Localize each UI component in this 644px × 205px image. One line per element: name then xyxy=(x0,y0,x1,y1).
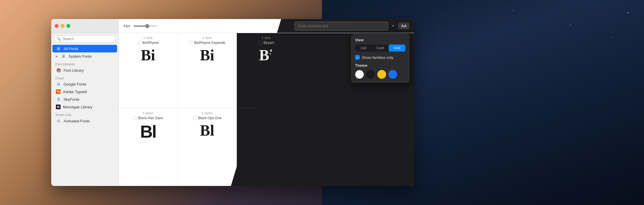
close-button[interactable] xyxy=(55,24,59,28)
check-green-icon: ✓ xyxy=(308,116,312,120)
check-active-icon: ✓ xyxy=(318,41,323,45)
font-cell-biryani: 1 style Biryani Bi xyxy=(237,33,296,108)
theme-swatch-yellow[interactable] xyxy=(377,70,386,79)
view-section-label: View xyxy=(355,38,405,42)
toolbar: 44pt ▼ AA xyxy=(119,19,414,33)
font-name: Bodoni 72 xyxy=(261,116,277,120)
font-cell-biorhyme: 1 style BioRhyme Bi xyxy=(119,33,178,108)
theme-section-label: Theme xyxy=(355,63,405,68)
style-count: 5 styles xyxy=(202,111,213,115)
main-content: 44pt ▼ AA 1 style BioRhyme Bi 1 style xyxy=(119,19,414,186)
font-name-row: ✓ Bitter xyxy=(318,41,332,45)
check-inactive-icon xyxy=(133,116,137,120)
font-name-row: ✓ Bodoni 72 Smallca xyxy=(367,116,402,120)
theme-swatch-blue[interactable] xyxy=(388,70,397,79)
activated-fonts-icon: ⊙ xyxy=(56,119,61,123)
adobe-typekit-label: Adobe Typekit xyxy=(63,90,87,94)
size-slider[interactable] xyxy=(133,25,157,27)
minimize-button[interactable] xyxy=(61,24,64,28)
search-input[interactable] xyxy=(63,37,113,41)
check-inactive-icon xyxy=(258,41,262,45)
adobe-typekit-icon: Tk xyxy=(56,89,61,94)
view-buttons: List Card Grid xyxy=(355,45,405,52)
style-count: 7 styles xyxy=(261,111,272,115)
show-families-label: Show families only xyxy=(362,55,393,60)
smart-lists-section-label: Smart Lists xyxy=(51,111,118,117)
font-name-row: ✓ Bodoni 72 Oldstyle xyxy=(308,116,343,120)
font-cell-bodoni72-oldstyle: 3 styles ✓ Bodoni 72 Oldstyle Bo xyxy=(296,108,355,186)
maximize-button[interactable] xyxy=(66,24,70,28)
check-inactive-icon xyxy=(193,116,197,120)
sidebar-item-system-fonts[interactable]: ▶ 🖥 System Fonts xyxy=(52,52,117,60)
font-preview: Bl xyxy=(140,123,156,141)
font-preview: Bl xyxy=(200,123,214,138)
font-preview: Bi xyxy=(259,48,273,63)
grid-view-button[interactable]: Grid xyxy=(389,45,405,52)
card-view-button[interactable]: Card xyxy=(372,45,388,52)
font-preview: Bi xyxy=(141,48,155,63)
preview-dropdown-arrow[interactable]: ▼ xyxy=(392,24,395,28)
font-library-icon: 📚 xyxy=(56,68,61,73)
font-name-row: BioRhyme Expande xyxy=(189,41,225,45)
search-icon: 🔍 xyxy=(57,37,61,41)
style-count: 1 style xyxy=(203,36,212,40)
list-view-button[interactable]: List xyxy=(355,45,372,52)
font-cell-bitter: 1 style ✓ Bitter Bi xyxy=(296,33,355,108)
font-name-row: ✓ Bodoni 72 xyxy=(256,116,277,120)
sidebar-item-all-fonts[interactable]: ⊞ All Fonts xyxy=(52,45,117,52)
style-count: 1 style xyxy=(380,111,389,115)
font-name-row: Black Ops One xyxy=(193,116,222,120)
style-count: 3 styles xyxy=(320,111,331,115)
font-cell-bodoni72-smallcaps: 1 style ✓ Bodoni 72 Smallca Bo xyxy=(355,108,414,186)
slider-wrap xyxy=(133,25,157,27)
stars-decoration xyxy=(480,0,644,205)
all-fonts-icon: ⊞ xyxy=(56,46,61,51)
skyfonts-icon: S xyxy=(56,97,61,102)
sidebar-item-skyfonts[interactable]: S SkyFonts xyxy=(52,95,117,103)
preview-text-input[interactable] xyxy=(294,22,388,30)
sidebar-item-activated-fonts[interactable]: ⊙ Activated Fonts xyxy=(52,117,117,125)
show-families-row: ✓ Show families only xyxy=(355,55,405,60)
check-green-icon: ✓ xyxy=(256,116,260,120)
monotype-icon: M xyxy=(56,105,61,109)
title-bar xyxy=(51,19,118,33)
font-name: BioRhyme Expande xyxy=(194,41,225,45)
check-green-icon: ✓ xyxy=(367,116,371,120)
theme-swatch-black[interactable] xyxy=(366,70,375,79)
font-preview: Bi xyxy=(200,48,214,63)
google-fonts-icon: G xyxy=(56,82,61,86)
font-name: Bitter xyxy=(324,41,332,45)
aa-button[interactable]: AA xyxy=(398,23,410,29)
font-preview: Bo xyxy=(316,123,334,138)
google-fonts-label: Google Fonts xyxy=(64,82,86,86)
app-window: 🔍 ⊞ All Fonts ▶ 🖥 System Fonts Font Libr… xyxy=(51,19,414,186)
font-preview: Bi xyxy=(318,48,333,63)
font-name: Biryani xyxy=(263,41,274,45)
show-families-checkbox[interactable]: ✓ xyxy=(355,55,360,60)
theme-swatches xyxy=(355,70,405,79)
check-inactive-icon xyxy=(189,41,193,45)
sidebar: 🔍 ⊞ All Fonts ▶ 🖥 System Fonts Font Libr… xyxy=(51,19,119,186)
theme-swatch-white[interactable] xyxy=(355,70,364,79)
search-bar: 🔍 xyxy=(51,33,118,45)
sidebar-item-font-library[interactable]: 📚 Font Library xyxy=(52,66,117,74)
style-count: 1 style xyxy=(321,36,330,40)
font-cell-blackhansans: 5 styles Black Han Sans Bl xyxy=(119,108,178,186)
sidebar-item-monotype[interactable]: M Monotype Library xyxy=(52,103,117,111)
font-name: Bodoni 72 Smallca xyxy=(372,116,402,120)
sidebar-item-google-fonts[interactable]: G Google Fonts xyxy=(52,81,117,88)
activated-fonts-label: Activated Fonts xyxy=(64,119,90,123)
style-count: 5 styles xyxy=(143,111,153,115)
skyfonts-label: SkyFonts xyxy=(64,97,79,102)
font-library-label: Font Library xyxy=(64,68,84,73)
system-fonts-icon: 🖥 xyxy=(61,54,66,59)
expand-arrow-icon: ▶ xyxy=(56,55,58,58)
font-preview: Bo xyxy=(376,123,393,138)
font-name: Bodoni 72 Oldstyle xyxy=(313,116,343,120)
sidebar-item-adobe-typekit[interactable]: Tk Adobe Typekit xyxy=(52,88,117,95)
search-input-wrap[interactable]: 🔍 xyxy=(54,35,115,42)
font-cell-bodoni72: 7 styles ✓ Bodoni 72 Bo xyxy=(237,108,296,186)
check-inactive-icon xyxy=(137,41,141,45)
view-popup: View List Card Grid ✓ Show families only… xyxy=(351,34,410,83)
font-cell-blackopsone: 5 styles Black Ops One Bl xyxy=(178,108,237,186)
